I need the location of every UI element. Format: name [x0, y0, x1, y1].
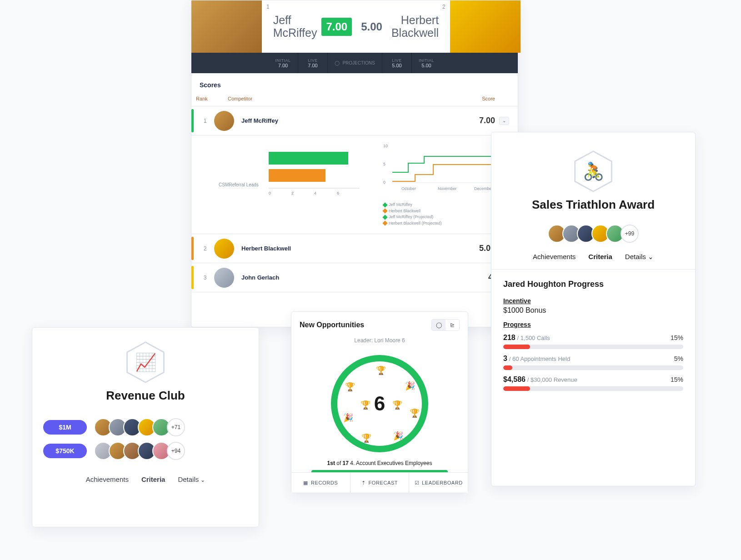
tab-achievements[interactable]: Achievements — [86, 475, 129, 483]
scores-title: Scores — [191, 73, 518, 93]
strip-right-initial: INITIAL 5.00 — [411, 53, 441, 73]
tab-achievements[interactable]: Achievements — [533, 253, 576, 261]
strip-left-live: LIVE 7.00 — [298, 53, 327, 73]
view-line-button[interactable]: ⊵ — [446, 320, 459, 330]
progress-item-revenue: $4,586 / $30,000 Revenue 15% — [491, 370, 695, 391]
competitor-left-rank: 1 — [266, 4, 270, 10]
trophy-icon: 🏆 — [361, 433, 371, 443]
row-stripe — [191, 237, 194, 260]
award-badge: 🚴 — [571, 150, 615, 193]
avatar-stack[interactable]: +94 — [94, 442, 185, 460]
avatar-stack[interactable]: +71 — [94, 418, 185, 436]
opps-footer: ▦RECORDS ⇡FORECAST ☑LEADERBOARD — [291, 472, 468, 493]
view-radial-button[interactable]: ◯ — [432, 320, 446, 330]
tier-row-750k: $750K +94 — [32, 439, 259, 463]
score-row-2[interactable]: 2 Herbert Blackwell 5.00 ⌄ — [191, 234, 518, 263]
bar-chart: 0 2 4 6 — [269, 143, 374, 226]
line-chart: 10 5 0 October November December Jeff Mc… — [383, 143, 507, 226]
revenue-club-card: 📈 Revenue Club $1M +71 $750K +94 Achieve… — [32, 327, 259, 527]
avatar — [214, 268, 234, 288]
row-name: Jeff McRiffey — [241, 117, 459, 124]
records-button[interactable]: ▦RECORDS — [291, 473, 350, 493]
cyclist-icon: 🚴 — [583, 161, 604, 181]
avatar-overflow[interactable]: +99 — [621, 225, 639, 243]
matchup-card: 1 Jeff McRiffey 7.00 5.00 Herbert Blackw… — [191, 0, 518, 327]
svg-rect-0 — [269, 152, 348, 165]
svg-text:5: 5 — [383, 162, 386, 166]
tier-pill[interactable]: $1M — [43, 420, 87, 435]
svg-text:0: 0 — [269, 191, 271, 195]
svg-text:2: 2 — [291, 191, 294, 195]
competitor-right-name: Herbert Blackwell — [391, 14, 439, 39]
trophy-icon: 🎉 — [393, 431, 403, 441]
progress-item-calls: 218 / 1,500 Calls 15% — [491, 328, 695, 349]
projections-icon: ◯ — [335, 60, 340, 65]
triathlon-award-card: 🚴 Sales Triathlon Award +99 Achievements… — [491, 132, 696, 486]
competitor-left: 1 Jeff McRiffey — [262, 0, 321, 53]
opps-title: New Opportunities — [300, 321, 364, 329]
matchup-header: 1 Jeff McRiffey 7.00 5.00 Herbert Blackw… — [191, 0, 518, 53]
new-opportunities-card: New Opportunities ◯ ⊵ Leader: Lori Moore… — [291, 311, 468, 493]
tier-pill[interactable]: $750K — [43, 444, 87, 458]
trophy-icon: 🎉 — [343, 413, 353, 423]
progress-label: Progress — [491, 321, 695, 328]
matchup-strip: INITIAL 7.00 LIVE 7.00 ◯ PROJECTIONS LIV… — [191, 53, 518, 73]
row-rank: 2 — [196, 245, 214, 252]
leader-line: Leader: Lori Moore 6 — [291, 337, 468, 344]
growth-chart-icon: 📈 — [135, 352, 156, 372]
strip-left-initial: INITIAL 7.00 — [268, 53, 298, 73]
competitor-right: Herbert Blackwell 2 — [387, 0, 450, 53]
row-rank: 1 — [196, 118, 214, 124]
col-score: Score — [459, 96, 495, 101]
progress-item-appointments: 3 / 60 Appointments Held 5% — [491, 349, 695, 370]
view-toggle: ◯ ⊵ — [431, 319, 460, 331]
svg-text:4: 4 — [314, 191, 316, 195]
incentive-value: $1000 Bonus — [491, 305, 695, 316]
strip-projections[interactable]: ◯ PROJECTIONS — [327, 53, 382, 73]
trophy-icon: 🏆 — [376, 365, 386, 375]
progress-title: Jared Houghton Progress — [491, 270, 695, 293]
svg-rect-1 — [269, 169, 325, 182]
avatar — [214, 111, 234, 131]
trophy-icon: 🏆 — [345, 382, 355, 392]
competitor-photo-right — [450, 0, 521, 53]
incentive-label: Incentive — [491, 297, 695, 305]
row-score: 5.00 — [459, 244, 495, 253]
grid-icon: ▦ — [303, 480, 308, 486]
award-badge: 📈 — [124, 340, 167, 384]
tab-criteria[interactable]: Criteria — [588, 253, 612, 261]
award-tabs: Achievements Criteria Details ⌄ — [491, 253, 695, 261]
tier-row-1m: $1M +71 — [32, 415, 259, 439]
tab-details[interactable]: Details ⌄ — [625, 253, 654, 261]
score-left: 7.00 — [321, 18, 352, 36]
score-row-1[interactable]: 1 Jeff McRiffey 7.00 ⌄ — [191, 106, 518, 135]
row-score: 7.00 — [459, 116, 495, 125]
chevron-down-icon: ⌄ — [646, 253, 654, 260]
metric-label: CSMReferral Leads — [219, 182, 260, 187]
row-name: Herbert Blackwell — [241, 245, 459, 252]
scores-header: Rank Competitor Score — [191, 93, 518, 106]
svg-text:October: October — [401, 186, 416, 191]
strip-right-live: LIVE 5.00 — [382, 53, 411, 73]
avatar-stack[interactable]: +99 — [548, 225, 639, 243]
score-row-3[interactable]: 3 John Gerlach 4. ⌄ — [191, 263, 518, 292]
row-name: John Gerlach — [241, 274, 459, 281]
trophy-icon: 🏆 — [392, 400, 402, 410]
row-detail: CSMReferral Leads 0 2 4 6 10 5 0 — [191, 135, 518, 234]
tab-details[interactable]: Details⌄ — [178, 475, 205, 483]
competitor-photo-left — [191, 0, 262, 53]
avatar-overflow[interactable]: +94 — [167, 442, 185, 460]
progress-bar — [503, 345, 683, 349]
expand-icon[interactable]: ⌄ — [499, 117, 509, 125]
row-score: 4. — [459, 273, 495, 282]
leaderboard-button[interactable]: ☑LEADERBOARD — [409, 473, 468, 493]
row-stripe — [191, 109, 194, 132]
svg-text:December: December — [474, 186, 493, 191]
score-right: 5.00 — [356, 18, 387, 36]
tab-criteria[interactable]: Criteria — [141, 475, 165, 483]
forecast-button[interactable]: ⇡FORECAST — [350, 473, 409, 493]
avatar-overflow[interactable]: +71 — [167, 418, 185, 436]
progress-bar — [503, 365, 683, 370]
progress-bar — [503, 386, 683, 391]
radial-chart: 6 🏆 🎉 🏆 🎉 🏆 🎉 🏆 🏆 🏆 — [325, 349, 434, 458]
